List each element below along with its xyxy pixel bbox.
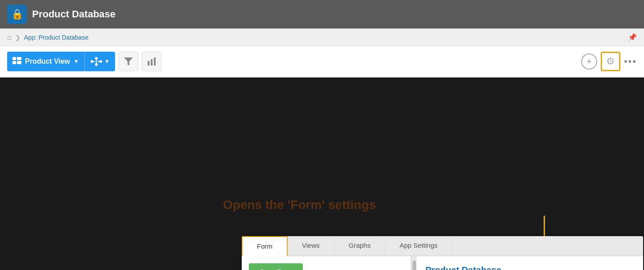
add-button[interactable]: + bbox=[581, 53, 597, 70]
preview-title: Product Database bbox=[425, 265, 634, 270]
svg-point-6 bbox=[99, 60, 102, 63]
workflow-chevron-icon: ▼ bbox=[104, 58, 110, 65]
chart-button[interactable] bbox=[142, 52, 161, 71]
view-selector-main[interactable]: Product View ▼ bbox=[7, 52, 84, 71]
toolbar: Product View ▼ ▼ bbox=[0, 46, 644, 78]
grid-icon bbox=[12, 57, 21, 66]
annotation-text: Opens the 'Form' settings bbox=[223, 198, 376, 212]
tab-views[interactable]: Views bbox=[288, 236, 334, 256]
scrollbar[interactable] bbox=[411, 256, 417, 270]
svg-rect-13 bbox=[154, 57, 156, 65]
scroll-thumb[interactable] bbox=[413, 261, 416, 270]
view-selector[interactable]: Product View ▼ ▼ bbox=[7, 52, 115, 71]
preview-area: Product Database Product Name Product ID… bbox=[417, 256, 643, 270]
more-button[interactable]: ••• bbox=[624, 56, 637, 67]
app-title: Product Database bbox=[32, 8, 116, 20]
svg-rect-2 bbox=[12, 61, 16, 64]
svg-rect-3 bbox=[17, 61, 21, 64]
pin-icon[interactable]: 📌 bbox=[628, 33, 637, 41]
panel-body: Save Form 🏷 Label ⋮⋮ ABC Text ⋮⋮ bbox=[242, 256, 643, 270]
main-area: Opens the 'Form' settings Form Views Gra… bbox=[0, 78, 644, 270]
svg-rect-12 bbox=[151, 59, 153, 65]
app-bar: 🔒 Product Database bbox=[0, 0, 644, 29]
gear-icon: ⚙ bbox=[606, 56, 615, 67]
form-area: Save Form 🏷 Label ⋮⋮ ABC Text ⋮⋮ bbox=[242, 256, 411, 270]
svg-rect-0 bbox=[12, 57, 16, 60]
panel-tabs: Form Views Graphs App Settings bbox=[242, 236, 643, 256]
tab-form[interactable]: Form bbox=[242, 236, 288, 256]
plus-icon: + bbox=[586, 57, 592, 66]
toolbar-right: + ⚙ ••• bbox=[581, 52, 637, 71]
gear-button[interactable]: ⚙ bbox=[601, 52, 620, 71]
svg-rect-11 bbox=[148, 61, 149, 65]
svg-point-4 bbox=[91, 60, 93, 63]
tab-app-settings[interactable]: App Settings bbox=[385, 236, 452, 256]
more-icon: ••• bbox=[624, 56, 637, 67]
view-label: Product View bbox=[25, 57, 70, 65]
view-selector-more[interactable]: ▼ bbox=[85, 52, 115, 71]
svg-rect-1 bbox=[17, 57, 21, 60]
home-icon[interactable]: ⌂ bbox=[7, 33, 12, 41]
save-form-button[interactable]: Save Form bbox=[249, 263, 303, 270]
settings-panel: Form Views Graphs App Settings Save Form… bbox=[242, 236, 643, 270]
svg-point-7 bbox=[95, 63, 98, 66]
view-chevron-icon: ▼ bbox=[74, 58, 79, 65]
breadcrumb-text: App: Product Database bbox=[24, 34, 89, 41]
tab-graphs[interactable]: Graphs bbox=[334, 236, 385, 256]
app-icon: 🔒 bbox=[7, 4, 27, 24]
lock-icon: 🔒 bbox=[11, 8, 23, 20]
breadcrumb-bar: ⌂ ❯ App: Product Database 📌 bbox=[0, 29, 644, 46]
filter-button[interactable] bbox=[119, 52, 138, 71]
breadcrumb-separator: ❯ bbox=[15, 34, 21, 41]
svg-point-5 bbox=[95, 57, 98, 60]
